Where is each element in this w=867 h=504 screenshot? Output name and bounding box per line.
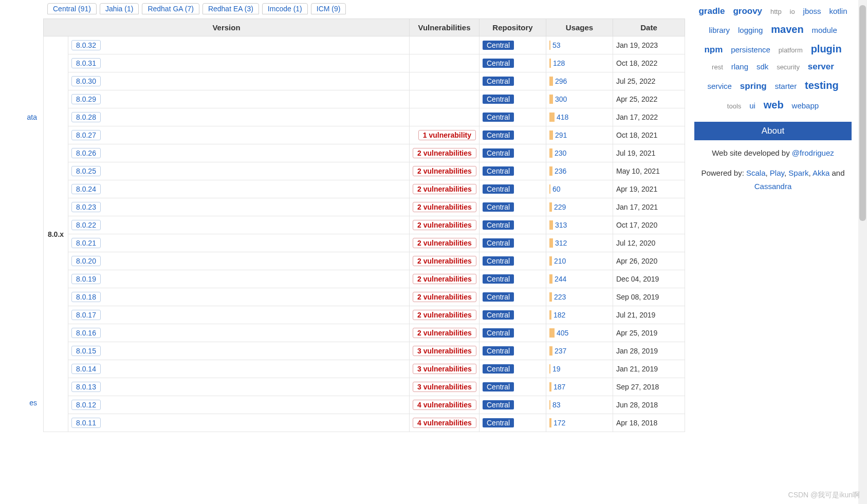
- version-link[interactable]: 8.0.20: [71, 256, 101, 266]
- tag-link[interactable]: kotlin: [829, 4, 847, 19]
- repository-badge[interactable]: Central: [483, 41, 514, 50]
- usages-link[interactable]: 60: [552, 185, 561, 193]
- vulnerability-badge[interactable]: 2 vulnerabilities: [413, 292, 476, 302]
- tag-link[interactable]: module: [812, 23, 837, 38]
- vulnerability-badge[interactable]: 3 vulnerabilities: [413, 382, 476, 392]
- powered-by-link[interactable]: Spark: [788, 169, 808, 177]
- repository-badge[interactable]: Central: [483, 77, 514, 86]
- vulnerability-badge[interactable]: 2 vulnerabilities: [413, 148, 476, 158]
- version-link[interactable]: 8.0.26: [71, 148, 101, 158]
- tag-link[interactable]: ui: [749, 99, 755, 114]
- side-link-1[interactable]: ata: [0, 113, 37, 121]
- tag-link[interactable]: rest: [712, 61, 723, 74]
- repository-badge[interactable]: Central: [483, 220, 514, 230]
- usages-link[interactable]: 405: [557, 329, 568, 337]
- powered-by-link[interactable]: Akka: [813, 169, 829, 177]
- tag-link[interactable]: webapp: [792, 99, 819, 114]
- version-link[interactable]: 8.0.25: [71, 166, 101, 176]
- vulnerability-badge[interactable]: 2 vulnerabilities: [413, 274, 476, 284]
- version-link[interactable]: 8.0.31: [71, 58, 101, 68]
- version-link[interactable]: 8.0.17: [71, 310, 101, 320]
- repository-badge[interactable]: Central: [483, 95, 514, 104]
- vulnerability-badge[interactable]: 2 vulnerabilities: [413, 256, 476, 266]
- version-link[interactable]: 8.0.12: [71, 400, 101, 410]
- tag-link[interactable]: starter: [775, 79, 797, 94]
- version-link[interactable]: 8.0.23: [71, 202, 101, 212]
- usages-link[interactable]: 53: [552, 41, 561, 49]
- usages-link[interactable]: 300: [555, 95, 567, 103]
- tag-link[interactable]: gradle: [698, 3, 725, 20]
- repo-tab[interactable]: Jahia (1): [100, 3, 139, 14]
- vulnerability-badge[interactable]: 3 vulnerabilities: [413, 364, 476, 374]
- vulnerability-badge[interactable]: 3 vulnerabilities: [413, 346, 476, 356]
- repo-tab[interactable]: Central (91): [47, 3, 97, 14]
- repository-badge[interactable]: Central: [483, 238, 514, 248]
- usages-link[interactable]: 128: [553, 59, 565, 67]
- usages-link[interactable]: 187: [554, 383, 565, 391]
- usages-link[interactable]: 182: [554, 311, 565, 319]
- repository-badge[interactable]: Central: [483, 113, 514, 122]
- version-link[interactable]: 8.0.29: [71, 94, 101, 104]
- repository-badge[interactable]: Central: [483, 400, 514, 409]
- version-link[interactable]: 8.0.11: [71, 418, 101, 428]
- usages-link[interactable]: 312: [555, 239, 567, 247]
- tag-link[interactable]: service: [707, 79, 732, 94]
- repository-badge[interactable]: Central: [483, 346, 514, 356]
- version-link[interactable]: 8.0.14: [71, 364, 101, 374]
- version-link[interactable]: 8.0.13: [71, 382, 101, 392]
- powered-by-link[interactable]: Play: [770, 169, 784, 177]
- repository-badge[interactable]: Central: [483, 418, 514, 427]
- vulnerability-badge[interactable]: 4 vulnerabilities: [413, 400, 476, 410]
- repository-badge[interactable]: Central: [483, 148, 514, 158]
- tag-link[interactable]: tools: [727, 100, 741, 113]
- vulnerability-badge[interactable]: 2 vulnerabilities: [413, 220, 476, 230]
- side-link-2[interactable]: es: [0, 399, 37, 407]
- usages-link[interactable]: 236: [555, 167, 566, 175]
- usages-link[interactable]: 418: [557, 113, 568, 121]
- scrollbar-thumb[interactable]: [859, 5, 866, 221]
- version-link[interactable]: 8.0.22: [71, 220, 101, 230]
- tag-link[interactable]: testing: [805, 76, 839, 95]
- tag-link[interactable]: web: [764, 95, 784, 115]
- repository-badge[interactable]: Central: [483, 292, 514, 302]
- vulnerability-badge[interactable]: 1 vulnerability: [418, 130, 476, 140]
- version-link[interactable]: 8.0.30: [71, 76, 101, 86]
- vulnerability-badge[interactable]: 2 vulnerabilities: [413, 166, 476, 176]
- repo-tab[interactable]: Redhat GA (7): [142, 3, 199, 14]
- vulnerability-badge[interactable]: 2 vulnerabilities: [413, 310, 476, 320]
- usages-link[interactable]: 229: [554, 203, 566, 211]
- tag-link[interactable]: rlang: [731, 60, 748, 74]
- usages-link[interactable]: 19: [552, 365, 561, 373]
- version-link[interactable]: 8.0.18: [71, 292, 101, 302]
- tag-link[interactable]: groovy: [733, 3, 762, 20]
- usages-link[interactable]: 210: [554, 257, 566, 265]
- tag-link[interactable]: jboss: [803, 4, 821, 19]
- vulnerability-badge[interactable]: 2 vulnerabilities: [413, 202, 476, 212]
- tag-link[interactable]: sdk: [757, 60, 768, 74]
- repo-tab[interactable]: ICM (9): [311, 3, 346, 14]
- repository-badge[interactable]: Central: [483, 382, 514, 391]
- repository-badge[interactable]: Central: [483, 202, 514, 212]
- tag-link[interactable]: io: [790, 6, 795, 18]
- repository-badge[interactable]: Central: [483, 364, 514, 374]
- vulnerability-badge[interactable]: 2 vulnerabilities: [413, 238, 476, 248]
- repository-badge[interactable]: Central: [483, 256, 514, 266]
- version-link[interactable]: 8.0.15: [71, 346, 101, 356]
- repository-badge[interactable]: Central: [483, 310, 514, 320]
- version-link[interactable]: 8.0.24: [71, 184, 101, 194]
- repository-badge[interactable]: Central: [483, 184, 514, 194]
- version-link[interactable]: 8.0.27: [71, 130, 101, 140]
- usages-link[interactable]: 230: [555, 149, 566, 157]
- usages-link[interactable]: 296: [555, 77, 567, 85]
- usages-link[interactable]: 172: [554, 419, 565, 427]
- usages-link[interactable]: 291: [555, 131, 567, 139]
- tag-link[interactable]: security: [777, 61, 800, 74]
- tag-link[interactable]: platform: [779, 44, 803, 57]
- usages-link[interactable]: 313: [555, 221, 567, 229]
- tag-link[interactable]: npm: [704, 42, 723, 58]
- powered-by-link[interactable]: Scala: [746, 169, 766, 177]
- vulnerability-badge[interactable]: 4 vulnerabilities: [413, 418, 476, 428]
- repo-tab[interactable]: Redhat EA (3): [202, 3, 259, 14]
- vulnerability-badge[interactable]: 2 vulnerabilities: [413, 184, 476, 194]
- version-link[interactable]: 8.0.21: [71, 238, 101, 248]
